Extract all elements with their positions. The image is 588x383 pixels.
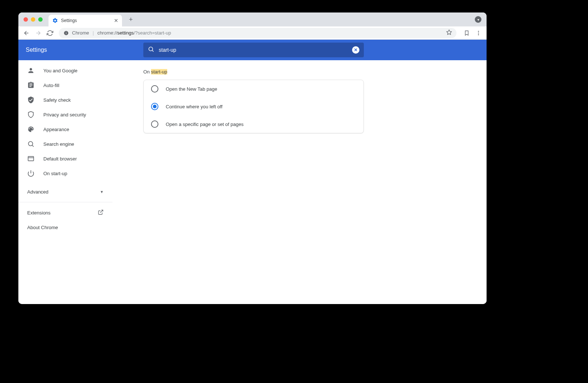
chevron-down-icon: ▼	[100, 190, 104, 194]
svg-point-6	[478, 34, 479, 35]
menu-button-icon[interactable]	[473, 28, 484, 38]
external-link-icon	[98, 209, 104, 216]
url-text: Chrome | chrome://settings/?search=start…	[72, 30, 171, 36]
radio-open-new-tab[interactable]: Open the New Tab page	[144, 80, 363, 98]
radio-icon	[151, 120, 158, 128]
search-icon	[27, 140, 35, 148]
close-tab-button[interactable]: ✕	[114, 18, 118, 24]
new-tab-button[interactable]: +	[126, 14, 136, 25]
palette-icon	[27, 126, 35, 133]
svg-rect-2	[66, 32, 66, 32]
sidebar-item-label: Safety check	[43, 97, 71, 103]
svg-point-5	[478, 32, 479, 33]
radio-label: Open the New Tab page	[166, 86, 217, 92]
minimize-window-button[interactable]	[31, 17, 35, 22]
settings-search-input[interactable]	[159, 47, 348, 53]
settings-header: Settings ✕	[18, 40, 487, 60]
sidebar-item-privacy[interactable]: Privacy and security	[18, 107, 112, 122]
profile-dropdown-icon[interactable]: ▾	[475, 16, 481, 23]
extensions-label: Extensions	[27, 210, 51, 216]
settings-title: Settings	[26, 47, 143, 53]
sidebar-item-label: On start-up	[43, 171, 67, 176]
clipboard-icon	[27, 82, 35, 89]
sidebar-item-appearance[interactable]: Appearance	[18, 122, 112, 137]
sidebar-item-label: You and Google	[43, 68, 78, 73]
svg-point-8	[28, 141, 33, 146]
toolbar: Chrome | chrome://settings/?search=start…	[18, 26, 487, 40]
section-title: On start-up	[143, 69, 364, 75]
address-bar[interactable]: Chrome | chrome://settings/?search=start…	[59, 28, 456, 38]
bookmark-star-icon[interactable]	[446, 29, 452, 36]
window-controls	[22, 17, 45, 22]
about-label: About Chrome	[27, 225, 58, 230]
radio-continue-where-left-off[interactable]: Continue where you left off	[144, 98, 363, 115]
settings-search-box[interactable]: ✕	[143, 43, 364, 57]
sidebar-item-search-engine[interactable]: Search engine	[18, 137, 112, 151]
back-button[interactable]	[21, 28, 32, 38]
sidebar-item-on-startup[interactable]: On start-up	[18, 166, 112, 181]
startup-options-card: Open the New Tab page Continue where you…	[143, 80, 364, 133]
browser-icon	[27, 155, 35, 162]
site-info-icon[interactable]	[63, 30, 69, 36]
person-icon	[27, 67, 35, 74]
sidebar-extensions-link[interactable]: Extensions	[18, 205, 112, 220]
radio-label: Open a specific page or set of pages	[166, 122, 244, 127]
svg-marker-3	[447, 30, 451, 35]
power-icon	[27, 170, 35, 177]
svg-point-7	[149, 47, 153, 51]
advanced-label: Advanced	[27, 189, 49, 195]
shield-icon	[27, 111, 35, 118]
chrome-window: Settings ✕ + ▾ Chrome | chrome://setting…	[18, 12, 487, 304]
sidebar-item-label: Appearance	[43, 127, 69, 132]
radio-icon	[151, 103, 158, 110]
sidebar-item-default-browser[interactable]: Default browser	[18, 151, 112, 166]
search-icon	[148, 46, 154, 54]
settings-content: You and Google Auto-fill Safety check Pr…	[18, 60, 487, 304]
maximize-window-button[interactable]	[38, 17, 43, 22]
sidebar-item-label: Privacy and security	[43, 112, 86, 118]
sidebar-item-safety-check[interactable]: Safety check	[18, 93, 112, 107]
settings-sidebar: You and Google Auto-fill Safety check Pr…	[18, 60, 112, 304]
svg-point-4	[478, 31, 479, 32]
close-window-button[interactable]	[24, 17, 28, 22]
sidebar-item-autofill[interactable]: Auto-fill	[18, 78, 112, 93]
sidebar-item-label: Search engine	[43, 141, 74, 147]
forward-button[interactable]	[33, 28, 43, 38]
sidebar-item-label: Auto-fill	[43, 83, 59, 88]
sidebar-about-chrome[interactable]: About Chrome	[18, 220, 112, 235]
reading-list-icon[interactable]	[462, 28, 472, 38]
sidebar-item-label: Default browser	[43, 156, 77, 162]
svg-line-12	[100, 210, 103, 213]
sidebar-advanced-toggle[interactable]: Advanced ▼	[18, 184, 112, 199]
shield-check-icon	[27, 96, 35, 104]
svg-rect-9	[28, 156, 34, 161]
clear-search-button[interactable]: ✕	[352, 46, 359, 54]
settings-main: On start-up Open the New Tab page Contin…	[112, 60, 487, 304]
radio-icon	[151, 85, 158, 93]
radio-label: Continue where you left off	[166, 104, 222, 109]
svg-rect-1	[66, 32, 66, 34]
radio-open-specific-pages[interactable]: Open a specific page or set of pages	[144, 115, 363, 133]
sidebar-item-you-and-google[interactable]: You and Google	[18, 63, 112, 78]
tab-title: Settings	[61, 18, 111, 23]
gear-icon	[52, 18, 58, 24]
tab-strip: Settings ✕ + ▾	[18, 12, 487, 26]
reload-button[interactable]	[45, 28, 55, 38]
browser-tab[interactable]: Settings ✕	[49, 15, 122, 26]
